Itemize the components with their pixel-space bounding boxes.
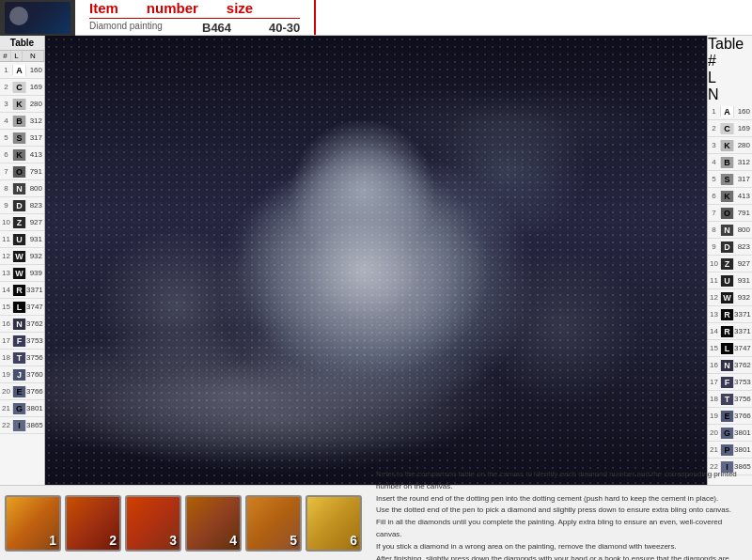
right-table-col-headers: # L N [708,53,752,103]
instruction-line: Use the dotted end of the pen to pick a … [376,505,743,517]
left-table-row: 3 K 280 [0,96,44,113]
row-count: 3747 [734,344,752,352]
thumb-3-number: 3 [169,533,177,548]
right-table-row: 1 A 160 [708,103,752,120]
row-num: 6 [708,191,721,201]
row-num: 12 [0,251,13,261]
row-count: 280 [734,141,752,149]
row-num: 15 [708,343,721,353]
left-table-row: 4 B 312 [0,113,44,130]
right-table-row: 19 E 3766 [708,408,752,425]
row-count: 169 [26,83,44,91]
logo-image [5,2,70,34]
row-count: 932 [734,293,752,302]
thumbnail-3: 3 [125,495,181,552]
left-table-row: 13 W 939 [0,265,44,282]
row-num: 3 [0,99,13,109]
right-table-row: 13 R 3371 [708,306,752,323]
row-letter: F [721,377,734,388]
row-count: 3865 [26,421,45,429]
row-count: 823 [26,201,44,210]
row-count: 800 [26,184,44,193]
header: Item number size Diamond painting B464 4… [0,0,752,36]
bottom-area: 1 2 3 4 5 6 Refer to the comparison tabl… [0,485,752,560]
row-num: 11 [0,234,13,244]
row-letter: K [721,140,734,151]
row-count: 312 [734,158,752,166]
row-num: 6 [0,149,13,160]
right-table-row: 3 K 280 [708,137,752,154]
left-table-rows: 1 A 160 2 C 169 3 K 280 4 B 312 5 S 317 … [0,62,44,434]
row-count: 3766 [734,412,752,420]
row-count: 927 [26,218,44,226]
row-count: 791 [26,167,44,176]
row-count: 3753 [734,378,752,386]
instruction-line: Fill in all the diamonds until you compl… [376,517,743,541]
row-num: 12 [708,292,721,303]
row-letter: W [13,251,26,262]
row-letter: S [13,132,26,144]
right-table-row: 20 G 3801 [708,425,752,442]
left-table-row: 20 E 3766 [0,383,44,400]
right-table-header: Table [708,36,752,53]
row-count: 3371 [734,310,752,319]
instruction-line: Insert the round end of the dotting pen … [376,493,743,506]
row-letter: A [13,65,26,76]
row-count: 3756 [26,353,45,362]
row-letter: N [13,319,26,330]
row-count: 413 [734,192,752,200]
right-table-row: 5 S 317 [708,171,752,188]
row-letter: W [721,292,734,303]
row-count: 312 [26,117,44,125]
row-count: 3801 [734,445,752,454]
left-table-row: 7 O 791 [0,163,44,180]
row-count: 3760 [26,370,45,379]
right-col-h-count: N [708,86,752,103]
left-table-row: 21 G 3801 [0,400,44,417]
row-num: 22 [0,420,13,430]
row-letter: D [721,241,734,253]
row-count: 3762 [734,361,752,369]
right-table-row: 7 O 791 [708,205,752,222]
header-subtitle: Diamond painting [89,21,164,35]
row-num: 5 [0,132,13,143]
right-table-row: 17 F 3753 [708,374,752,391]
row-num: 17 [708,377,721,387]
header-item-number: B464 [193,21,231,35]
row-letter: E [13,386,26,397]
left-table-header: Table [0,36,44,51]
header-number-label: number [147,0,198,16]
row-num: 20 [0,386,13,397]
right-table-row: 11 U 931 [708,272,752,289]
row-num: 16 [0,319,13,329]
left-table-col-headers: # L N [0,51,44,62]
row-num: 20 [708,428,721,438]
left-table: Table # L N 1 A 160 2 C 169 3 K 280 4 B … [0,36,45,485]
canvas-area [45,36,707,485]
thumbnail-4: 4 [185,495,242,552]
row-letter: F [13,335,26,347]
row-num: 18 [708,394,721,404]
row-num: 10 [708,258,721,269]
row-letter: A [721,106,734,117]
row-count: 931 [26,235,44,243]
row-letter: N [721,360,734,371]
left-table-row: 18 T 3756 [0,350,44,366]
row-letter: G [13,403,26,414]
row-num: 5 [708,174,721,184]
row-num: 7 [708,208,721,218]
row-letter: Z [721,258,734,270]
row-num: 4 [0,116,13,126]
thumb-1-number: 1 [49,533,56,548]
left-table-row: 11 U 931 [0,231,44,248]
right-table-row: 9 D 823 [708,239,752,256]
row-count: 3756 [734,395,752,403]
main-area: Table # L N 1 A 160 2 C 169 3 K 280 4 B … [0,36,752,485]
row-count: 791 [734,209,752,217]
row-letter: N [721,225,734,236]
row-letter: N [13,183,26,194]
left-table-row: 12 W 932 [0,248,44,265]
row-num: 8 [708,225,721,235]
col-h-num: # [0,51,11,61]
right-table-row: 21 P 3801 [708,442,752,459]
